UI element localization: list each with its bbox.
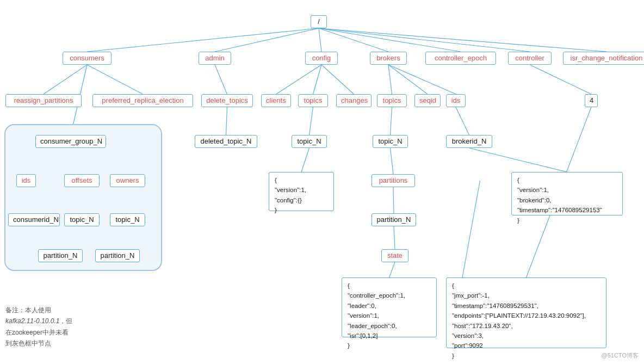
node-owners: owners: [110, 174, 145, 187]
svg-line-5: [319, 28, 530, 52]
svg-line-31: [394, 226, 395, 249]
node-brokers_topic_N: topic_N: [373, 135, 408, 148]
node-reassign_partitions: reassign_partitions: [5, 94, 82, 107]
svg-line-3: [319, 28, 388, 52]
node-topic_N2: topic_N: [110, 213, 145, 226]
svg-line-20: [276, 65, 322, 94]
node-controller_epoch: controller_epoch: [425, 52, 496, 65]
node-deleted_topic_N: deleted_topic_N: [195, 135, 257, 148]
note-text: 备注：本人使用 kafka2.11-0.10.0.1，但 在zookeeper中…: [5, 305, 72, 349]
node-partition_N1: partition_N: [38, 249, 83, 262]
svg-line-27: [388, 65, 456, 94]
node-partition_N3: partition_N: [371, 213, 416, 226]
node-isr_change_notification: isr_change_notification: [563, 52, 644, 65]
svg-line-19: [226, 107, 227, 135]
node-consumers: consumers: [63, 52, 112, 65]
svg-line-32: [389, 262, 395, 277]
watermark: @51CTO博客: [602, 351, 639, 360]
node-root: /: [311, 15, 327, 28]
svg-line-6: [319, 28, 606, 52]
svg-line-21: [313, 65, 322, 94]
svg-line-8: [87, 65, 143, 94]
node-state: state: [381, 249, 408, 262]
svg-line-28: [391, 107, 392, 135]
json-box-state_json: {"controller_epoch":1,"leader":0,"versio…: [342, 277, 437, 337]
node-offsets: offsets: [64, 174, 100, 187]
svg-line-22: [321, 65, 354, 94]
node-num4: 4: [585, 94, 598, 107]
svg-line-2: [319, 28, 321, 52]
node-admin: admin: [199, 52, 231, 65]
node-ids: ids: [446, 94, 466, 107]
node-config: config: [305, 52, 338, 65]
node-partitions: partitions: [371, 174, 415, 187]
svg-line-26: [388, 65, 428, 94]
node-seqid: seqid: [414, 94, 441, 107]
node-consumerid_N: consumerid_N: [8, 213, 60, 226]
node-delete_topics: delete_topics: [201, 94, 253, 107]
svg-line-4: [319, 28, 461, 52]
node-config_topics: topics: [298, 94, 328, 107]
node-brokers: brokers: [370, 52, 407, 65]
svg-line-34: [469, 148, 567, 172]
svg-line-35: [530, 65, 591, 94]
json-box-broker_json: {"version":1,"brokerid":0,"timestamp":"1…: [511, 172, 623, 215]
node-brokers_topics: topics: [377, 94, 407, 107]
node-preferred_replica_election: preferred_replica_election: [92, 94, 193, 107]
node-config_topic_N: topic_N: [292, 135, 327, 148]
svg-line-23: [309, 107, 313, 135]
node-ids2: ids: [16, 174, 36, 187]
svg-line-1: [215, 28, 319, 52]
node-controller: controller: [508, 52, 552, 65]
node-changes: changes: [336, 94, 371, 107]
node-consumer_group_N: consumer_group_N: [35, 135, 106, 148]
node-partition_N2: partition_N: [95, 249, 140, 262]
svg-line-30: [393, 187, 394, 213]
json-box-broker_detail_json: {"jmx_port":-1,"timestamp":"147608952953…: [446, 277, 606, 348]
svg-line-18: [215, 65, 227, 94]
svg-line-0: [87, 28, 319, 52]
node-brokerid_N: brokerid_N: [446, 135, 492, 148]
svg-line-25: [388, 65, 392, 94]
node-topic_N1: topic_N: [64, 213, 100, 226]
svg-line-37: [462, 181, 480, 277]
svg-line-33: [456, 107, 469, 135]
svg-line-29: [391, 148, 394, 174]
svg-line-24: [301, 148, 309, 172]
svg-line-7: [44, 65, 87, 94]
json-box-config_json: {"version":1,"config":{}}: [269, 172, 334, 211]
node-clients: clients: [261, 94, 291, 107]
